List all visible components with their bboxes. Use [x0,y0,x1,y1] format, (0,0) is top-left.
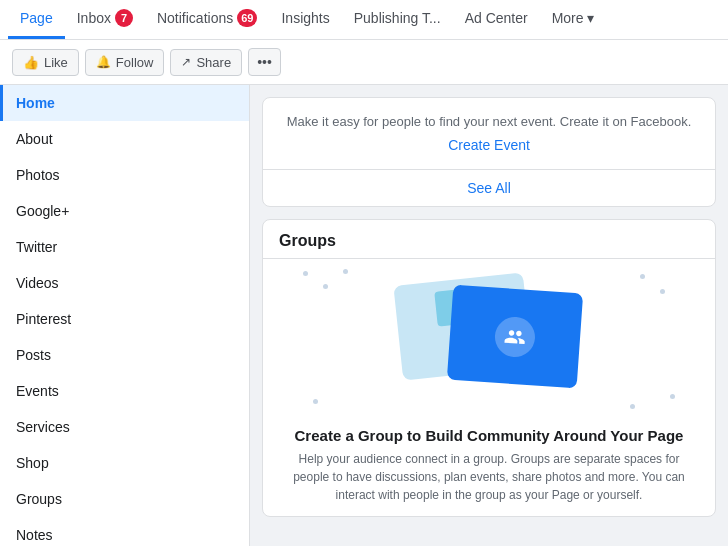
sidebar-item-notes-label: Notes [16,527,53,543]
events-card: Make it easy for people to find your nex… [262,97,716,207]
notifications-badge: 69 [237,9,257,27]
nav-publishing-label: Publishing T... [354,10,441,26]
create-event-link[interactable]: Create Event [448,137,530,153]
sidebar-item-groups-label: Groups [16,491,62,507]
nav-more-label: More ▾ [552,10,595,26]
action-bar: 👍 Like 🔔 Follow ↗ Share ••• [0,40,728,85]
events-body: Make it easy for people to find your nex… [263,98,715,169]
nav-more[interactable]: More ▾ [540,0,607,39]
nav-insights-label: Insights [281,10,329,26]
groups-header: Groups [263,220,715,258]
sidebar-item-pinterest[interactable]: Pinterest [0,301,249,337]
main-content: Make it easy for people to find your nex… [250,85,728,546]
sidebar-item-home[interactable]: Home [0,85,249,121]
sidebar-item-about[interactable]: About [0,121,249,157]
more-options-button[interactable]: ••• [248,48,281,76]
groups-card: Groups [262,219,716,517]
sidebar-item-services-label: Services [16,419,70,435]
share-label: Share [196,55,231,70]
sidebar-item-services[interactable]: Services [0,409,249,445]
follow-icon: 🔔 [96,55,111,69]
sidebar-item-events-label: Events [16,383,59,399]
sidebar-item-twitter[interactable]: Twitter [0,229,249,265]
like-label: Like [44,55,68,70]
nav-inbox-label: Inbox [77,10,111,26]
like-button[interactable]: 👍 Like [12,49,79,76]
nav-publishing[interactable]: Publishing T... [342,0,453,39]
sidebar-item-shop[interactable]: Shop [0,445,249,481]
follow-button[interactable]: 🔔 Follow [85,49,165,76]
sidebar-item-shop-label: Shop [16,455,49,471]
nav-inbox[interactable]: Inbox 7 [65,0,145,39]
group-people-icon [494,315,537,358]
nav-page-label: Page [20,10,53,26]
sidebar-item-twitter-label: Twitter [16,239,57,255]
sidebar-item-posts[interactable]: Posts [0,337,249,373]
sidebar-item-photos-label: Photos [16,167,60,183]
nav-notifications-label: Notifications [157,10,233,26]
nav-adcenter[interactable]: Ad Center [453,0,540,39]
nav-page[interactable]: Page [8,0,65,39]
groups-description: Help your audience connect in a group. G… [279,450,699,504]
sidebar-item-about-label: About [16,131,53,147]
nav-insights[interactable]: Insights [269,0,341,39]
sidebar-item-photos[interactable]: Photos [0,157,249,193]
sidebar-item-notes[interactable]: Notes [0,517,249,546]
group-card-front [447,285,583,389]
sidebar-item-googleplus[interactable]: Google+ [0,193,249,229]
groups-title: Create a Group to Build Community Around… [279,427,699,444]
nav-notifications[interactable]: Notifications 69 [145,0,270,39]
sidebar-item-pinterest-label: Pinterest [16,311,71,327]
sidebar-item-googleplus-label: Google+ [16,203,69,219]
groups-text-section: Create a Group to Build Community Around… [263,419,715,516]
follow-label: Follow [116,55,154,70]
share-button[interactable]: ↗ Share [170,49,242,76]
sidebar-item-posts-label: Posts [16,347,51,363]
sidebar-item-videos-label: Videos [16,275,59,291]
sidebar-item-videos[interactable]: Videos [0,265,249,301]
like-icon: 👍 [23,55,39,70]
inbox-badge: 7 [115,9,133,27]
events-description: Make it easy for people to find your nex… [279,114,699,129]
nav-adcenter-label: Ad Center [465,10,528,26]
groups-illustration [263,259,715,419]
sidebar-item-groups[interactable]: Groups [0,481,249,517]
top-navigation: Page Inbox 7 Notifications 69 Insights P… [0,0,728,40]
sidebar-item-home-label: Home [16,95,55,111]
main-layout: Home About Photos Google+ Twitter Videos… [0,85,728,546]
sidebar: Home About Photos Google+ Twitter Videos… [0,85,250,546]
dots-label: ••• [257,54,272,70]
sidebar-item-events[interactable]: Events [0,373,249,409]
share-icon: ↗ [181,55,191,69]
see-all-link[interactable]: See All [263,169,715,206]
